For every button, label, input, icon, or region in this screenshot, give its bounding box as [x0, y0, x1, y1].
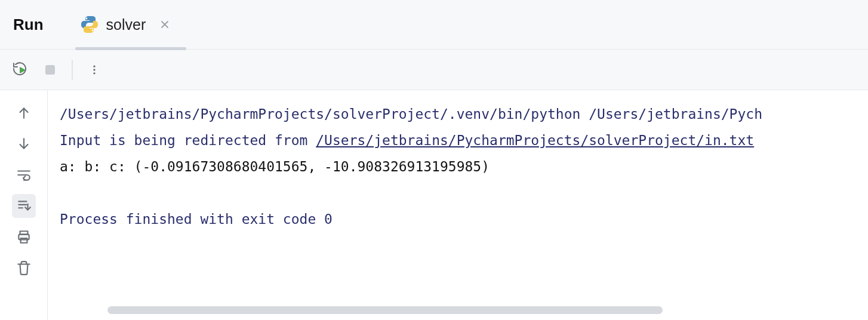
close-icon[interactable]	[159, 19, 171, 30]
svg-point-8	[93, 72, 95, 74]
tab-underline	[75, 47, 187, 50]
more-button[interactable]	[84, 59, 105, 81]
rerun-button[interactable]	[10, 59, 31, 81]
tabbar: Run solver	[0, 0, 868, 50]
tab-solver[interactable]: solver	[76, 0, 175, 50]
gutter	[0, 90, 48, 320]
horizontal-scrollbar[interactable]	[107, 306, 663, 314]
svg-point-6	[93, 65, 95, 67]
body: /Users/jetbrains/PycharmProjects/solverP…	[0, 90, 868, 320]
run-tool-window: Run solver	[0, 0, 868, 320]
toolbar-divider	[72, 60, 73, 80]
arrow-up-button[interactable]	[12, 101, 36, 125]
scroll-to-end-button[interactable]	[12, 194, 36, 218]
svg-point-1	[91, 30, 93, 32]
tab-title: solver	[106, 16, 146, 33]
console-line-redirect-prefix: Input is being redirected from	[60, 133, 316, 148]
print-button[interactable]	[12, 225, 36, 249]
console-line-cmd: /Users/jetbrains/PycharmProjects/solverP…	[60, 106, 762, 122]
svg-rect-5	[45, 65, 55, 75]
console-line-output: a: b: c: (-0.09167308680401565, -10.9083…	[60, 159, 490, 174]
toolbar	[0, 50, 868, 90]
stop-button[interactable]	[39, 59, 61, 81]
svg-point-0	[85, 18, 87, 20]
console-output[interactable]: /Users/jetbrains/PycharmProjects/solverP…	[48, 90, 868, 320]
python-icon	[80, 15, 99, 34]
svg-point-7	[93, 69, 95, 70]
soft-wrap-button[interactable]	[12, 163, 36, 187]
arrow-down-button[interactable]	[12, 132, 36, 156]
console-link[interactable]: /Users/jetbrains/PycharmProjects/solverP…	[316, 133, 754, 148]
trash-button[interactable]	[12, 256, 36, 280]
console-line-exit: Process finished with exit code 0	[60, 211, 333, 227]
panel-title: Run	[13, 16, 44, 34]
